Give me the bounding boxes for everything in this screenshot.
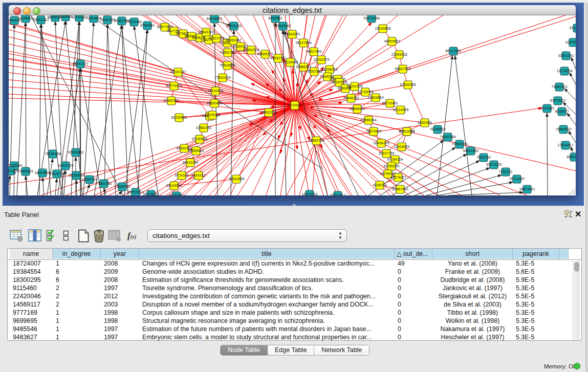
svg-text:12535642: 12535642 xyxy=(275,24,291,28)
svg-text:39197765: 39197765 xyxy=(378,151,394,155)
svg-text:90745048: 90745048 xyxy=(380,172,396,176)
svg-text:86753514: 86753514 xyxy=(127,190,143,194)
svg-text:92321738: 92321738 xyxy=(208,36,224,40)
svg-text:11986393: 11986393 xyxy=(296,65,312,69)
svg-text:95152665: 95152665 xyxy=(228,177,244,181)
svg-text:41298754: 41298754 xyxy=(321,68,337,71)
svg-text:58390467: 58390467 xyxy=(225,38,241,42)
svg-text:25256684: 25256684 xyxy=(68,173,84,177)
svg-text:87856164: 87856164 xyxy=(360,118,376,122)
svg-text:85641177: 85641177 xyxy=(73,62,89,65)
svg-text:10722233: 10722233 xyxy=(71,15,87,19)
svg-text:52780050: 52780050 xyxy=(383,164,399,168)
svg-text:16846520: 16846520 xyxy=(349,107,365,111)
svg-text:90141000: 90141000 xyxy=(182,161,198,164)
svg-text:77665755: 77665755 xyxy=(114,185,130,188)
svg-text:74960310: 74960310 xyxy=(551,85,567,89)
svg-text:33301241: 33301241 xyxy=(558,54,574,57)
svg-text:62230843: 62230843 xyxy=(171,116,187,119)
svg-text:66627516: 66627516 xyxy=(395,67,410,71)
svg-text:14076910: 14076910 xyxy=(301,192,317,195)
svg-text:79248519: 79248519 xyxy=(429,127,445,131)
svg-text:77910239: 77910239 xyxy=(214,76,230,79)
svg-text:42554798: 42554798 xyxy=(308,139,324,142)
svg-text:4028344: 4028344 xyxy=(373,183,386,187)
svg-text:79220482: 79220482 xyxy=(126,20,142,24)
svg-text:23140838: 23140838 xyxy=(375,27,390,30)
svg-text:85212661: 85212661 xyxy=(445,49,461,53)
svg-text:6032582: 6032582 xyxy=(268,16,282,20)
svg-text:9724149: 9724149 xyxy=(175,173,188,177)
svg-text:30962626: 30962626 xyxy=(566,155,576,159)
svg-text:16809806: 16809806 xyxy=(34,171,50,174)
svg-text:78832216: 78832216 xyxy=(260,111,276,114)
svg-text:69710461: 69710461 xyxy=(382,101,398,105)
svg-text:8784483: 8784483 xyxy=(140,24,154,27)
svg-text:25127884: 25127884 xyxy=(295,41,311,45)
svg-text:94555402: 94555402 xyxy=(188,149,204,152)
svg-text:78457446: 78457446 xyxy=(440,135,455,139)
svg-text:75903659: 75903659 xyxy=(219,63,235,67)
svg-text:41234045: 41234045 xyxy=(282,60,298,64)
svg-text:54241552: 54241552 xyxy=(463,149,478,152)
svg-text:60812891: 60812891 xyxy=(399,129,415,133)
svg-text:49530762: 49530762 xyxy=(270,56,286,60)
svg-text:67662562: 67662562 xyxy=(163,99,179,102)
svg-text:50982352: 50982352 xyxy=(168,194,184,195)
svg-text:18724007: 18724007 xyxy=(287,103,302,107)
svg-text:94817444: 94817444 xyxy=(306,50,321,53)
svg-text:99134544: 99134544 xyxy=(166,184,182,187)
svg-text:26215622: 26215622 xyxy=(143,192,159,195)
svg-text:80774974: 80774974 xyxy=(166,84,182,87)
svg-text:76893910: 76893910 xyxy=(555,127,571,131)
svg-text:29816302: 29816302 xyxy=(226,24,242,28)
svg-text:7655764: 7655764 xyxy=(476,156,490,159)
svg-text:18874421: 18874421 xyxy=(519,187,535,191)
svg-text:11418044: 11418044 xyxy=(394,145,410,148)
svg-text:78570629: 78570629 xyxy=(365,129,381,133)
svg-text:69106871: 69106871 xyxy=(206,17,222,20)
svg-text:28643310: 28643310 xyxy=(198,30,214,34)
svg-text:78097845: 78097845 xyxy=(306,70,322,73)
svg-text:43164119: 43164119 xyxy=(233,45,249,48)
svg-text:42403729: 42403729 xyxy=(57,164,73,167)
svg-text:57599395: 57599395 xyxy=(400,83,416,86)
svg-text:9302983: 9302983 xyxy=(540,106,554,110)
svg-text:7252221: 7252221 xyxy=(498,170,512,173)
svg-text:14831903: 14831903 xyxy=(81,178,97,181)
svg-text:79590039: 79590039 xyxy=(451,142,467,146)
svg-text:79592782: 79592782 xyxy=(220,51,235,54)
svg-text:92434105: 92434105 xyxy=(373,141,389,145)
svg-text:92536852: 92536852 xyxy=(68,150,83,154)
svg-text:61825377: 61825377 xyxy=(257,52,273,56)
svg-text:10824854: 10824854 xyxy=(367,96,383,99)
svg-text:57978001: 57978001 xyxy=(550,99,565,102)
svg-text:76196458: 76196458 xyxy=(45,152,60,156)
svg-text:57126116: 57126116 xyxy=(570,26,576,30)
svg-text:37230636: 37230636 xyxy=(191,137,207,141)
svg-text:63492024: 63492024 xyxy=(243,48,259,52)
svg-text:79061052: 79061052 xyxy=(96,182,112,185)
svg-text:73569631: 73569631 xyxy=(17,169,33,173)
svg-text:48000147: 48000147 xyxy=(170,70,186,74)
svg-text:77626738: 77626738 xyxy=(49,172,64,176)
svg-text:13175294: 13175294 xyxy=(556,69,572,73)
svg-text:13562241: 13562241 xyxy=(195,126,211,129)
svg-text:21399018: 21399018 xyxy=(391,53,407,56)
svg-text:75714297: 75714297 xyxy=(509,177,525,181)
svg-text:43110478: 43110478 xyxy=(208,89,224,93)
svg-text:97184154: 97184154 xyxy=(387,158,403,161)
svg-text:47574257: 47574257 xyxy=(390,176,406,179)
svg-text:39646352: 39646352 xyxy=(343,96,359,100)
svg-text:33762079: 33762079 xyxy=(313,58,329,61)
svg-text:59202938: 59202938 xyxy=(363,16,379,20)
svg-text:10229206: 10229206 xyxy=(204,113,220,117)
svg-text:46650450: 46650450 xyxy=(206,101,222,105)
svg-text:53992312: 53992312 xyxy=(33,18,49,21)
svg-text:82733095: 82733095 xyxy=(357,90,373,94)
svg-text:74517017: 74517017 xyxy=(330,193,345,195)
svg-text:46909953: 46909953 xyxy=(384,39,400,43)
svg-text:62967692: 62967692 xyxy=(392,187,408,191)
svg-text:9142912: 9142912 xyxy=(191,173,205,177)
svg-text:61241505: 61241505 xyxy=(346,84,362,88)
